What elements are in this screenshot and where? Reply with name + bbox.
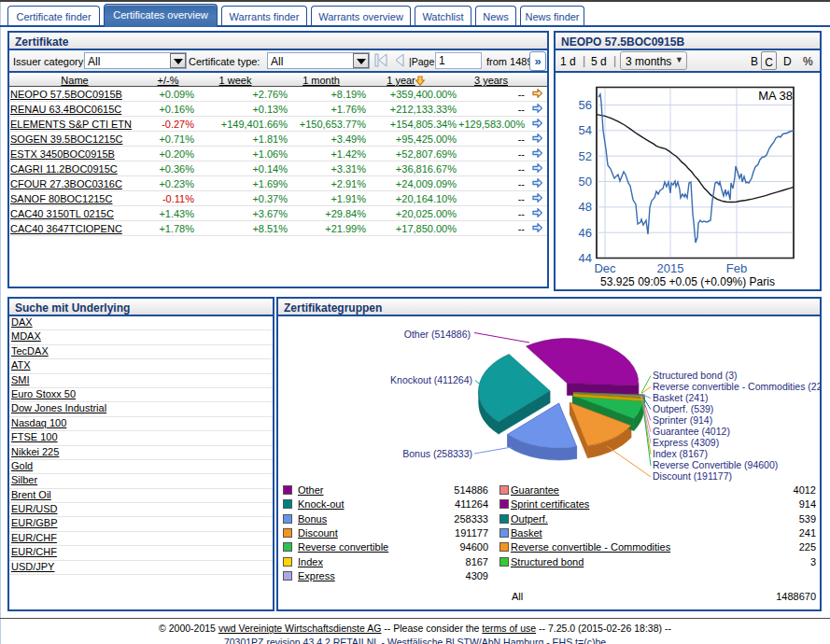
svg-text:52: 52	[579, 149, 592, 163]
svg-text:MA 38: MA 38	[758, 89, 793, 103]
svg-text:Index (8167): Index (8167)	[653, 448, 708, 459]
svg-text:56: 56	[579, 98, 592, 112]
svg-text:Knockout (411264): Knockout (411264)	[390, 374, 472, 385]
svg-text:Bonus (258333): Bonus (258333)	[402, 448, 472, 459]
svg-text:54: 54	[579, 123, 592, 137]
svg-text:Structured bond (3): Structured bond (3)	[653, 370, 737, 381]
svg-text:Other (514886): Other (514886)	[404, 329, 471, 340]
svg-text:44: 44	[579, 251, 592, 265]
svg-text:Outperf. (539): Outperf. (539)	[653, 403, 713, 414]
svg-text:2015: 2015	[657, 261, 684, 275]
svg-text:Dec: Dec	[594, 261, 616, 275]
svg-text:46: 46	[579, 226, 592, 240]
svg-text:Discount (191177): Discount (191177)	[653, 470, 732, 482]
svg-text:Basket (241): Basket (241)	[653, 392, 709, 403]
svg-text:Reverse convertible - Commodit: Reverse convertible - Commodities (22	[653, 381, 820, 392]
svg-text:50: 50	[579, 175, 592, 189]
svg-text:Guarantee (4012): Guarantee (4012)	[653, 426, 730, 437]
svg-text:Reverse Convertible (94600): Reverse Convertible (94600)	[653, 459, 778, 470]
svg-text:Express (4309): Express (4309)	[653, 437, 719, 448]
svg-text:48: 48	[579, 200, 592, 214]
svg-text:Feb: Feb	[726, 261, 747, 275]
svg-text:Sprinter (914): Sprinter (914)	[653, 414, 712, 426]
